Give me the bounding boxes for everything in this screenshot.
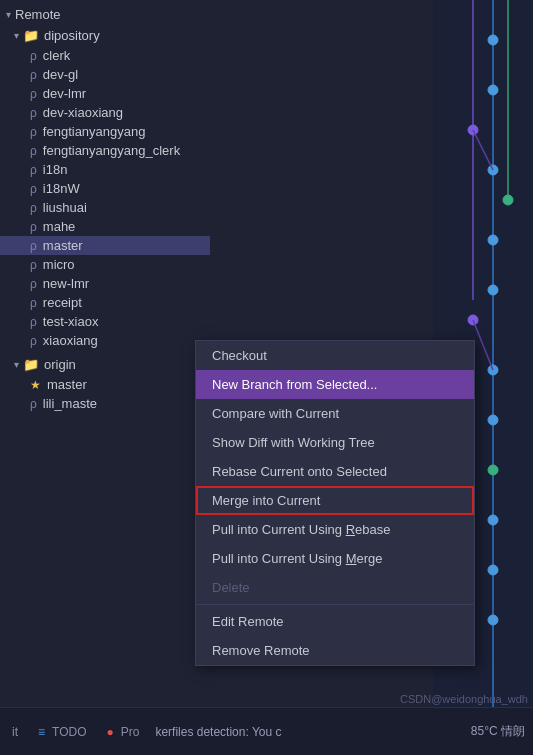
svg-point-8 bbox=[488, 235, 498, 245]
branch-item-master[interactable]: ρ master bbox=[0, 236, 210, 255]
branch-icon: ρ bbox=[30, 277, 37, 291]
branch-icon: ρ bbox=[30, 258, 37, 272]
remote-section-header[interactable]: ▾ Remote bbox=[0, 4, 210, 25]
branch-icon: ρ bbox=[30, 49, 37, 63]
origin-master[interactable]: ★ master bbox=[0, 375, 210, 394]
branch-name: clerk bbox=[43, 48, 70, 63]
branch-name: fengtianyangyang bbox=[43, 124, 146, 139]
branch-icon: ρ bbox=[30, 163, 37, 177]
branch-item-new-lmr[interactable]: ρ new-lmr bbox=[0, 274, 210, 293]
branch-name: master bbox=[43, 238, 83, 253]
watermark: CSDN@weidonghua_wdh bbox=[400, 693, 528, 705]
svg-point-3 bbox=[488, 35, 498, 45]
dipository-header[interactable]: ▾ 📁 dipository bbox=[0, 25, 210, 46]
weather-temp: 85°C bbox=[471, 724, 498, 738]
remote-label: Remote bbox=[15, 7, 61, 22]
menu-item-remove-remote[interactable]: Remove Remote bbox=[196, 636, 474, 665]
menu-item-label: Pull into Current Using Merge bbox=[212, 551, 383, 566]
branch-icon: ρ bbox=[30, 334, 37, 348]
branch-name: xiaoxiang bbox=[43, 333, 98, 348]
weather-info: 85°C 情朗 bbox=[471, 723, 525, 740]
branch-name: i18nW bbox=[43, 181, 80, 196]
branch-item-fengtianyangyang[interactable]: ρ fengtianyangyang bbox=[0, 122, 210, 141]
menu-item-rebase[interactable]: Rebase Current onto Selected bbox=[196, 457, 474, 486]
origin-lili-master[interactable]: ρ lili_maste bbox=[0, 394, 210, 413]
dipository-arrow-icon: ▾ bbox=[14, 30, 19, 41]
branch-icon: ρ bbox=[30, 125, 37, 139]
branch-item-receipt[interactable]: ρ receipt bbox=[0, 293, 210, 312]
branch-name: lili_maste bbox=[43, 396, 97, 411]
branch-name: mahe bbox=[43, 219, 76, 234]
weather-location: 情朗 bbox=[501, 724, 525, 738]
menu-item-pull-merge[interactable]: Pull into Current Using Merge bbox=[196, 544, 474, 573]
menu-item-new-branch[interactable]: New Branch from Selected... bbox=[196, 370, 474, 399]
todo-tab[interactable]: ≡ TODO bbox=[34, 723, 90, 741]
svg-point-12 bbox=[488, 415, 498, 425]
pro-tab[interactable]: ● Pro bbox=[102, 723, 143, 741]
branch-item-clerk[interactable]: ρ clerk bbox=[0, 46, 210, 65]
menu-item-label: New Branch from Selected... bbox=[212, 377, 377, 392]
branch-item-dev-lmr[interactable]: ρ dev-lmr bbox=[0, 84, 210, 103]
menu-item-label: Show Diff with Working Tree bbox=[212, 435, 375, 450]
branch-name: dev-gl bbox=[43, 67, 78, 82]
origin-header[interactable]: ▾ 📁 origin bbox=[0, 354, 210, 375]
menu-item-show-diff[interactable]: Show Diff with Working Tree bbox=[196, 428, 474, 457]
branch-item-dev-xiaoxiang[interactable]: ρ dev-xiaoxiang bbox=[0, 103, 210, 122]
bottom-bar: it ≡ TODO ● Pro kerfiles detection: You … bbox=[0, 707, 533, 755]
branch-icon: ρ bbox=[30, 220, 37, 234]
context-menu: Checkout New Branch from Selected... Com… bbox=[195, 340, 475, 666]
branch-name: fengtianyangyang_clerk bbox=[43, 143, 180, 158]
dipository-label: dipository bbox=[44, 28, 100, 43]
branch-item-i18n[interactable]: ρ i18n bbox=[0, 160, 210, 179]
branch-item-xiaoxiang[interactable]: ρ xiaoxiang bbox=[0, 331, 210, 350]
branch-item-dev-gl[interactable]: ρ dev-gl bbox=[0, 65, 210, 84]
status-text: kerfiles detection: You c bbox=[155, 725, 458, 739]
menu-item-label: Edit Remote bbox=[212, 614, 284, 629]
origin-section: ▾ 📁 origin ★ master ρ lili_maste bbox=[0, 354, 210, 413]
branch-icon: ρ bbox=[30, 68, 37, 82]
branch-name: dev-lmr bbox=[43, 86, 86, 101]
menu-item-merge[interactable]: Merge into Current bbox=[196, 486, 474, 515]
branch-icon: ρ bbox=[30, 397, 37, 411]
menu-item-edit-remote[interactable]: Edit Remote bbox=[196, 607, 474, 636]
branch-item-liushuai[interactable]: ρ liushuai bbox=[0, 198, 210, 217]
left-panel: ▾ Remote ▾ 📁 dipository ρ clerk ρ dev-gl… bbox=[0, 0, 210, 755]
menu-item-checkout[interactable]: Checkout bbox=[196, 341, 474, 370]
branch-item-fengtianyangyang-clerk[interactable]: ρ fengtianyangyang_clerk bbox=[0, 141, 210, 160]
branch-name: micro bbox=[43, 257, 75, 272]
branch-icon: ρ bbox=[30, 296, 37, 310]
menu-item-label: Remove Remote bbox=[212, 643, 310, 658]
menu-item-label: Compare with Current bbox=[212, 406, 339, 421]
branch-item-mahe[interactable]: ρ mahe bbox=[0, 217, 210, 236]
menu-item-label: Rebase Current onto Selected bbox=[212, 464, 387, 479]
svg-point-7 bbox=[503, 195, 513, 205]
menu-item-label: Pull into Current Using Rebase bbox=[212, 522, 390, 537]
svg-point-16 bbox=[488, 615, 498, 625]
svg-point-14 bbox=[488, 515, 498, 525]
origin-arrow-icon: ▾ bbox=[14, 359, 19, 370]
menu-item-pull-rebase[interactable]: Pull into Current Using Rebase bbox=[196, 515, 474, 544]
svg-point-9 bbox=[488, 285, 498, 295]
svg-point-4 bbox=[488, 85, 498, 95]
menu-item-delete: Delete bbox=[196, 573, 474, 602]
branch-icon: ρ bbox=[30, 239, 37, 253]
remote-arrow-icon: ▾ bbox=[6, 9, 11, 20]
branch-item-test-xiaox[interactable]: ρ test-xiaox bbox=[0, 312, 210, 331]
origin-label: origin bbox=[44, 357, 76, 372]
branch-icon: ρ bbox=[30, 315, 37, 329]
branch-name: dev-xiaoxiang bbox=[43, 105, 123, 120]
branch-name: master bbox=[47, 377, 87, 392]
branch-name: test-xiaox bbox=[43, 314, 99, 329]
menu-item-compare[interactable]: Compare with Current bbox=[196, 399, 474, 428]
branch-icon: ρ bbox=[30, 87, 37, 101]
branch-icon: ρ bbox=[30, 182, 37, 196]
menu-item-label: Merge into Current bbox=[212, 493, 320, 508]
branch-item-i18nw[interactable]: ρ i18nW bbox=[0, 179, 210, 198]
branch-name: i18n bbox=[43, 162, 68, 177]
folder-icon: 📁 bbox=[23, 28, 39, 43]
git-tab-label: it bbox=[12, 725, 18, 739]
folder-icon: 📁 bbox=[23, 357, 39, 372]
git-tab[interactable]: it bbox=[8, 723, 22, 741]
branch-item-micro[interactable]: ρ micro bbox=[0, 255, 210, 274]
menu-item-label: Delete bbox=[212, 580, 250, 595]
